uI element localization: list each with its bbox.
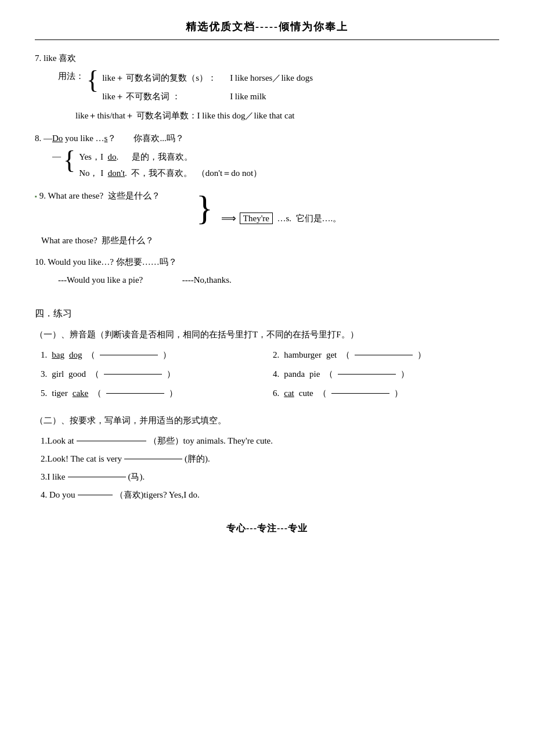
usage-block: 用法： { like＋ 可数名词的复数（s）： I like horses／li… xyxy=(58,69,499,106)
green-mark: ▪ xyxy=(35,193,37,200)
answer-brace: { xyxy=(63,147,75,173)
part1-title: （一）、辨音题（判断读音是否相同，相同的在括号里打T，不同的在括号里打F。） xyxy=(35,327,499,343)
title-divider xyxy=(35,39,499,40)
p2-num-4: 4. Do you xyxy=(41,487,75,503)
word1-3: girl xyxy=(52,366,64,382)
p2-blank-3 xyxy=(68,477,126,477)
section-9: ▪ 9. What are these? 这些是什么？ What are tho… xyxy=(35,188,499,249)
example-q: ---Would you like a pie? xyxy=(58,275,143,285)
blank-5 xyxy=(106,393,164,394)
part2-item-3: 3.I like (马). xyxy=(41,469,499,485)
part1-item-6: 6. cat cute （ ） xyxy=(273,386,499,401)
usage-line-1: like＋ 可数名词的复数（s）： I like horses／like dog… xyxy=(102,69,313,87)
part1-item-4: 4. panda pie （ ） xyxy=(273,366,499,382)
p2-text-4: （喜欢)tigers? Yes,I do. xyxy=(115,487,200,503)
section-10-example: ---Would you like a pie? ----No,thanks. xyxy=(58,272,499,288)
word2-3: good xyxy=(68,366,86,382)
left-brace: { xyxy=(86,67,99,93)
do-underline: Do xyxy=(52,134,63,143)
item-num-1: 1. xyxy=(41,347,47,363)
part1-item-5: 5. tiger cake （ ） xyxy=(41,386,267,401)
usage-intro-label: 用法： xyxy=(58,69,84,84)
example-1: I like horses／like dogs xyxy=(230,70,313,86)
page-title: 精选优质文档-----倾情为你奉上 xyxy=(35,17,499,36)
q9-q2: What are those? 那些是什么？ xyxy=(35,233,192,249)
p2-text-1: （那些）toy animals. They're cute. xyxy=(149,433,273,449)
word1-5: tiger xyxy=(52,386,68,401)
word2-5: cake xyxy=(73,386,88,401)
q9-arrow: ⟹ xyxy=(221,209,236,228)
item-num-3: 3. xyxy=(41,366,47,382)
section-7-title: 7. like 喜欢 xyxy=(35,51,499,66)
section-8: 8. —Do you like …s？ 你喜欢...吗？ — { Yes，I d… xyxy=(35,131,499,181)
q9-answer: They're …s. 它们是….。 xyxy=(240,211,342,226)
section-7: 7. like 喜欢 用法： { like＋ 可数名词的复数（s）： I lik… xyxy=(35,51,499,124)
p2-blank-1 xyxy=(77,441,146,441)
p2-num-2: 2.Look! The cat is very xyxy=(41,451,122,467)
blank-3 xyxy=(104,374,162,375)
part1-items: 1. bag dog （ ） 2. hamburger get （ ） 3. g… xyxy=(41,347,499,404)
part1-item-1: 1. bag dog （ ） xyxy=(41,347,267,363)
blank-4 xyxy=(338,374,396,375)
blank-2 xyxy=(355,355,413,355)
word2-1: dog xyxy=(69,347,82,363)
paren-close-6: ） xyxy=(394,386,403,401)
footer-text: 专心---专注---专业 xyxy=(35,520,499,537)
part2-items: 1.Look at （那些）toy animals. They're cute.… xyxy=(41,433,499,503)
dont-underline: don't xyxy=(108,165,125,181)
dash-label: — xyxy=(52,149,61,164)
p2-num-1: 1.Look at xyxy=(41,433,74,449)
word1-1: bag xyxy=(52,347,64,363)
blank-6 xyxy=(331,393,389,394)
paren-4: （ xyxy=(324,366,333,382)
paren-2: （ xyxy=(341,347,350,363)
formula-1: like＋ 可数名词的复数（s）： xyxy=(102,70,230,86)
p2-num-3: 3.I like xyxy=(41,469,66,485)
exercise-title: 四．练习 xyxy=(35,305,499,322)
answer-lines: Yes，I do . 是的，我喜欢。 No， I don't. 不，我不喜欢。 … xyxy=(79,149,262,181)
q9-q1: ▪ 9. What are these? 这些是什么？ xyxy=(35,188,192,204)
section-9-q1-row: ▪ 9. What are these? 这些是什么？ What are tho… xyxy=(35,188,499,249)
paren-close-5: ） xyxy=(169,386,178,401)
answer-yes: Yes，I do . 是的，我喜欢。 xyxy=(79,149,262,165)
do-answer-underline: do xyxy=(107,149,116,165)
theyre-box: They're xyxy=(240,213,273,224)
word1-2: hamburger xyxy=(284,347,322,363)
part1-item-2: 2. hamburger get （ ） xyxy=(273,347,499,363)
word1-4: panda xyxy=(284,366,305,382)
word1-6: cat xyxy=(284,386,294,401)
section-8-title: 8. —Do you like …s？ 你喜欢...吗？ xyxy=(35,131,499,146)
part2-title: （二）、按要求，写单词，并用适当的形式填空。 xyxy=(35,413,499,429)
paren-close-4: ） xyxy=(400,366,409,382)
p2-text-3: (马). xyxy=(128,469,145,485)
part1-item-3: 3. girl good （ ） xyxy=(41,366,267,382)
paren-5: （ xyxy=(93,386,102,401)
item-num-6: 6. xyxy=(273,386,279,401)
q9-questions: ▪ 9. What are these? 这些是什么？ What are tho… xyxy=(35,188,192,249)
word2-2: get xyxy=(326,347,337,363)
p2-text-2: (胖的). xyxy=(185,451,210,467)
item-num-2: 2. xyxy=(273,347,279,363)
formula-2: like＋ 不可数名词 ： xyxy=(102,89,230,105)
example-2: I like milk xyxy=(230,89,266,105)
paren-close-2: ） xyxy=(417,347,426,363)
usage-extra: like＋this/that＋ 可数名词单数：I like this dog／l… xyxy=(75,108,499,124)
paren-1: （ xyxy=(86,347,95,363)
part2-item-1: 1.Look at （那些）toy animals. They're cute. xyxy=(41,433,499,449)
word2-6: cute xyxy=(299,386,313,401)
part2-item-2: 2.Look! The cat is very (胖的). xyxy=(41,451,499,467)
paren-6: （ xyxy=(318,386,327,401)
blank-1 xyxy=(100,355,158,355)
section-10-title: 10. Would you like…? 你想要……吗？ xyxy=(35,254,499,270)
answer-no: No， I don't. 不，我不喜欢。 （don't＝do not） xyxy=(79,165,262,181)
usage-line-2: like＋ 不可数名词 ： I like milk xyxy=(102,87,313,106)
paren-close-3: ） xyxy=(167,366,175,382)
s-underline: s xyxy=(104,134,108,143)
answer-block: — { Yes，I do . 是的，我喜欢。 No， I don't. 不，我不… xyxy=(52,149,499,181)
item-num-5: 5. xyxy=(41,386,47,401)
usage-lines: like＋ 可数名词的复数（s）： I like horses／like dog… xyxy=(102,69,313,106)
paren-3: （ xyxy=(91,366,99,382)
word2-4: pie xyxy=(309,366,320,382)
q9-right-brace: } xyxy=(196,190,213,225)
section-10: 10. Would you like…? 你想要……吗？ ---Would yo… xyxy=(35,254,499,288)
